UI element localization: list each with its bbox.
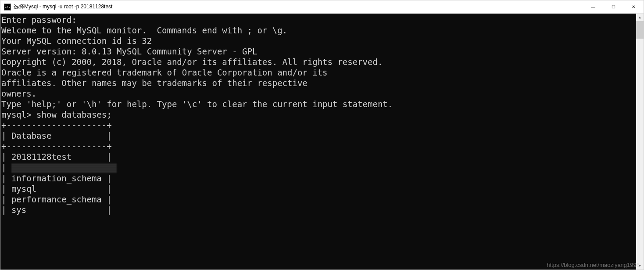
minimize-button[interactable]: — <box>583 0 603 13</box>
terminal-line: owners. <box>1 88 636 99</box>
vertical-scrollbar[interactable]: ▲ ▼ <box>636 14 644 270</box>
terminal-line: mysql> show databases; <box>1 109 636 120</box>
table-border: +--------------------+ <box>1 141 636 151</box>
terminal-line: Welcome to the MySQL monitor. Commands e… <box>1 25 636 36</box>
watermark-text: https://blog.csdn.net/maoziyang1996 <box>547 262 640 268</box>
table-header: | Database | <box>1 130 636 141</box>
scroll-thumb[interactable] <box>636 21 644 39</box>
table-row: | performance_schema | <box>1 194 636 205</box>
table-row-redacted: | <box>1 162 636 173</box>
close-button[interactable]: ✕ <box>623 0 644 13</box>
terminal-line: Oracle is a registered trademark of Orac… <box>1 67 636 78</box>
table-row: | sys | <box>1 205 636 215</box>
table-border: +--------------------+ <box>1 120 636 130</box>
terminal-output[interactable]: Enter password:Welcome to the MySQL moni… <box>0 14 636 270</box>
table-row: | information_schema | <box>1 173 636 184</box>
cmd-icon: C:\ <box>4 4 11 11</box>
terminal-line: Copyright (c) 2000, 2018, Oracle and/or … <box>1 57 636 67</box>
table-row: | mysql | <box>1 184 636 194</box>
terminal-line: Enter password: <box>1 14 636 25</box>
terminal-line: Server version: 8.0.13 MySQL Community S… <box>1 46 636 57</box>
terminal-line: affiliates. Other names may be trademark… <box>1 78 636 88</box>
scroll-up-button[interactable]: ▲ <box>636 14 644 21</box>
terminal-line: Type 'help;' or '\h' for help. Type '\c'… <box>1 99 636 109</box>
terminal-line: Your MySQL connection id is 32 <box>1 36 636 46</box>
maximize-button[interactable]: ☐ <box>603 0 623 13</box>
console-area: Enter password:Welcome to the MySQL moni… <box>0 14 644 270</box>
titlebar[interactable]: C:\ 选择Mysql - mysql -u root -p 20181128t… <box>0 0 644 14</box>
console-window: C:\ 选择Mysql - mysql -u root -p 20181128t… <box>0 0 644 270</box>
window-controls: — ☐ ✕ <box>583 0 644 13</box>
window-title: 选择Mysql - mysql -u root -p 20181128test <box>14 3 583 11</box>
scroll-track[interactable] <box>636 21 644 262</box>
table-row: | 20181128test | <box>1 151 636 162</box>
